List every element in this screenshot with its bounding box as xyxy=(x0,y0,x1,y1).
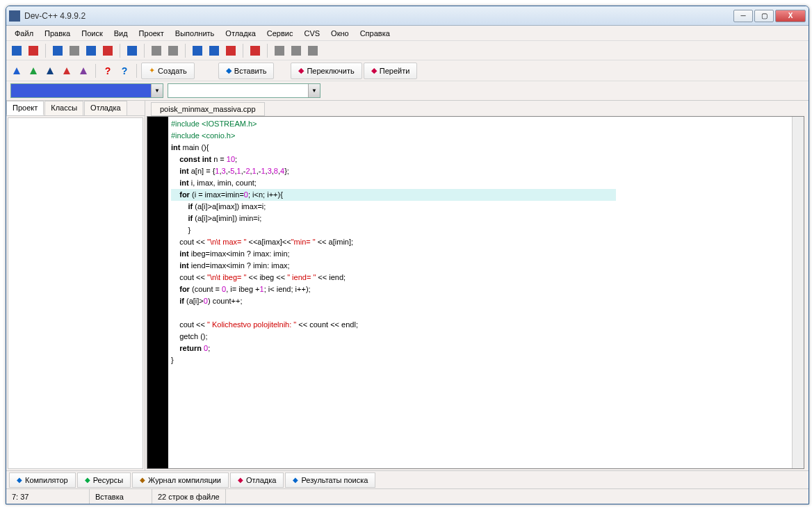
tb-close-icon[interactable] xyxy=(100,43,115,58)
bottom-tab[interactable]: ◆ Отладка xyxy=(230,472,284,488)
menu-сервис[interactable]: Сервис xyxy=(261,28,299,39)
tb-c-icon[interactable] xyxy=(305,43,320,58)
code-line: cout << "\n\t ibeg= " << ibeg << " iend=… xyxy=(171,272,792,283)
combo-1[interactable]: ▼ xyxy=(10,83,163,98)
window-buttons: ─ ▢ X xyxy=(733,10,806,22)
left-body[interactable] xyxy=(8,117,143,469)
bottom-tabs: ◆ Компилятор◆ Ресурсы◆ Журнал компиляции… xyxy=(6,470,809,488)
titlebar[interactable]: Dev-C++ 4.9.9.2 ─ ▢ X xyxy=(6,6,809,26)
maximize-button[interactable]: ▢ xyxy=(754,10,774,22)
code-line: if (a[i]>0) count++; xyxy=(171,295,792,307)
help2-icon[interactable]: ? xyxy=(117,63,132,79)
code-line: const int n = 10; xyxy=(171,154,792,165)
code-line: for (count = 0, i= ibeg +1; i< iend; i++… xyxy=(171,283,792,295)
code-line: return 0; xyxy=(171,343,792,354)
statusbar: 7: 37 Вставка 22 строк в файле xyxy=(6,488,809,504)
bottom-tab[interactable]: ◆ Ресурсы xyxy=(77,472,131,488)
tb-open-icon[interactable] xyxy=(26,43,41,58)
code-line: getch (); xyxy=(171,331,792,343)
tb-b-icon[interactable] xyxy=(289,43,304,58)
app-window: Dev-C++ 4.9.9.2 ─ ▢ X ФайлПравкаПоискВид… xyxy=(6,6,809,504)
tb-a-icon[interactable] xyxy=(272,43,287,58)
tb-copy-icon[interactable] xyxy=(83,43,99,58)
left-tabs: ПроектКлассыОтладка xyxy=(6,101,145,116)
minimize-button[interactable]: ─ xyxy=(733,10,753,22)
combo-2[interactable]: ▼ xyxy=(168,83,320,98)
tb-replace-icon[interactable] xyxy=(206,43,222,58)
gutter xyxy=(147,117,168,468)
menu-правка[interactable]: Правка xyxy=(39,28,76,39)
status-pos: 7: 37 xyxy=(6,489,90,504)
code-line: int iend=imax<imin ? imin: imax; xyxy=(171,260,792,272)
code-line: int a[n] = {1,3,-5,1,-2,1,-1,3,8,4}; xyxy=(171,165,792,177)
code-line: if (a[i]>a[imax]) imax=i; xyxy=(171,201,792,213)
close-button[interactable]: X xyxy=(775,10,806,22)
arrow-up-red-icon[interactable] xyxy=(59,63,74,79)
window-title: Dev-C++ 4.9.9.2 xyxy=(24,11,733,21)
left-tab[interactable]: Отладка xyxy=(84,101,127,115)
bottom-tab[interactable]: ◆ Результаты поиска xyxy=(285,472,375,488)
create-button[interactable]: ✦Создать xyxy=(141,63,195,79)
code-line: for (i = imax=imin=0; i<n; i++){ xyxy=(171,189,616,201)
toolbar-2: ? ? ✦Создать ◆Вставить ◆Переключить ◆Пер… xyxy=(6,60,809,81)
tb-save-icon[interactable] xyxy=(50,43,65,58)
help-icon[interactable]: ? xyxy=(100,63,115,79)
code-line: #include <IOSTREAM.h> xyxy=(171,118,792,130)
code-line: } xyxy=(171,354,792,366)
goto-button[interactable]: ◆Перейти xyxy=(364,63,418,79)
main-split: ПроектКлассыОтладка poisk_minmax_massiva… xyxy=(6,101,809,470)
arrow-up-dblue-icon[interactable] xyxy=(42,63,58,79)
tb-saveall-icon[interactable] xyxy=(67,43,82,58)
scrollbar[interactable] xyxy=(792,117,804,468)
tb-findnext-icon[interactable] xyxy=(223,43,238,58)
insert-button[interactable]: ◆Вставить xyxy=(218,63,275,79)
file-tab[interactable]: poisk_minmax_massiva.cpp xyxy=(151,102,265,116)
menu-окно[interactable]: Окно xyxy=(325,28,355,39)
editor-pane: poisk_minmax_massiva.cpp #include <IOSTR… xyxy=(145,101,809,470)
file-tabs: poisk_minmax_massiva.cpp xyxy=(145,101,809,116)
menu-cvs[interactable]: CVS xyxy=(298,28,325,39)
left-tab[interactable]: Проект xyxy=(6,101,44,115)
tb-list-icon[interactable] xyxy=(247,43,263,58)
editor[interactable]: #include <IOSTREAM.h>#include <conio.h>i… xyxy=(147,116,804,469)
arrow-up-blue-icon[interactable] xyxy=(9,63,24,79)
toggle-button[interactable]: ◆Переключить xyxy=(291,63,362,79)
combo-row: ▼ ▼ xyxy=(6,81,809,101)
status-mode: Вставка xyxy=(90,489,152,504)
tb-redo-icon[interactable] xyxy=(165,43,181,58)
code-line: int main (){ xyxy=(171,142,792,154)
menu-проект[interactable]: Проект xyxy=(133,28,170,39)
bottom-tab[interactable]: ◆ Компилятор xyxy=(9,472,76,488)
tb-find-icon[interactable] xyxy=(190,43,205,58)
toolbar-1 xyxy=(6,41,809,60)
tb-undo-icon[interactable] xyxy=(149,43,164,58)
code-area[interactable]: #include <IOSTREAM.h>#include <conio.h>i… xyxy=(168,117,792,468)
code-line: int i, imax, imin, count; xyxy=(171,177,792,189)
code-line: if (a[i]>a[imin]) imin=i; xyxy=(171,213,792,224)
code-line: int ibeg=imax<imin ? imax: imin; xyxy=(171,248,792,260)
chevron-down-icon[interactable]: ▼ xyxy=(151,84,163,97)
arrow-up-green-icon[interactable] xyxy=(26,63,41,79)
left-tab[interactable]: Классы xyxy=(44,101,83,115)
tb-print-icon[interactable] xyxy=(124,43,140,58)
tb-new-icon[interactable] xyxy=(9,43,24,58)
left-pane: ПроектКлассыОтладка xyxy=(6,101,145,470)
menu-вид[interactable]: Вид xyxy=(108,28,133,39)
code-line: cout << " Kolichestvo polojitelnih: " <<… xyxy=(171,319,792,331)
code-line: #include <conio.h> xyxy=(171,130,792,142)
code-line: } xyxy=(171,224,792,236)
menu-отладка[interactable]: Отладка xyxy=(220,28,261,39)
menubar: ФайлПравкаПоискВидПроектВыполнитьОтладка… xyxy=(6,26,809,41)
bottom-tab[interactable]: ◆ Журнал компиляции xyxy=(132,472,229,488)
code-line: cout << "\n\t max= " <<a[imax]<<"min= " … xyxy=(171,236,792,248)
menu-файл[interactable]: Файл xyxy=(9,28,39,39)
menu-справка[interactable]: Справка xyxy=(355,28,396,39)
menu-поиск[interactable]: Поиск xyxy=(76,28,108,39)
chevron-down-icon[interactable]: ▼ xyxy=(308,84,320,97)
status-info: 22 строк в файле xyxy=(152,489,226,504)
app-icon xyxy=(9,10,20,22)
menu-выполнить[interactable]: Выполнить xyxy=(170,28,220,39)
code-line xyxy=(171,307,792,319)
arrow-up-purple-icon[interactable] xyxy=(76,63,91,79)
